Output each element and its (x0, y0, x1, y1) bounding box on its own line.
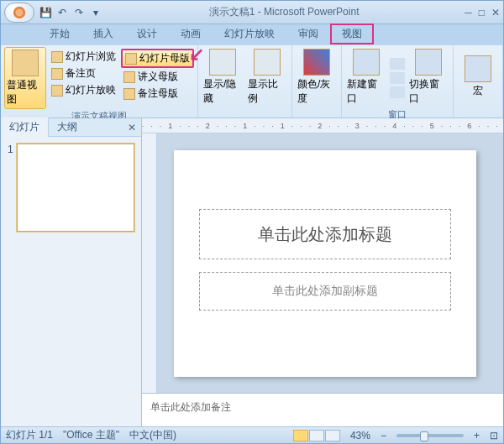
minimize-button[interactable]: ─ (465, 7, 472, 18)
ribbon-tabs: 开始 插入 设计 动画 幻灯片放映 审阅 视图 (1, 24, 503, 44)
tab-animation[interactable]: 动画 (169, 24, 213, 44)
view-show-button[interactable] (325, 430, 340, 441)
status-slide-info: 幻灯片 1/1 (6, 428, 53, 442)
new-window-label: 新建窗口 (347, 77, 386, 106)
thumb-number: 1 (8, 144, 13, 232)
close-button[interactable]: ✕ (491, 7, 500, 18)
switch-window-button[interactable]: 切换窗口 (407, 47, 449, 107)
title-placeholder[interactable]: 单击此处添加标题 (199, 209, 451, 259)
status-bar: 幻灯片 1/1 "Office 主题" 中文(中国) 43% − + ⊡ (1, 426, 503, 443)
slideshow-button[interactable]: 幻灯片放映 (49, 82, 118, 98)
subtitle-placeholder[interactable]: 单击此处添加副标题 (199, 272, 451, 311)
macro-label: 宏 (473, 84, 483, 98)
zoom-button[interactable]: 显示比例 (246, 47, 288, 107)
zoom-in-button[interactable]: + (474, 430, 480, 441)
normal-view-label: 普通视图 (7, 78, 44, 107)
svg-point-1 (16, 8, 24, 16)
slideshow-icon (51, 85, 63, 97)
redo-icon[interactable]: ↷ (71, 5, 87, 20)
maximize-button[interactable]: □ (479, 7, 485, 18)
handout-master-icon (123, 71, 135, 83)
macro-button[interactable]: 宏 (457, 47, 499, 106)
new-window-button[interactable]: 新建窗口 (345, 47, 387, 107)
group-label-macro (457, 106, 499, 118)
quick-access-toolbar: 💾 ↶ ↷ ▾ (38, 5, 103, 20)
notes-pane[interactable]: 单击此处添加备注 (142, 393, 504, 426)
pane-close-button[interactable]: ✕ (123, 122, 141, 133)
notes-master-icon (123, 88, 135, 100)
view-normal-button[interactable] (293, 430, 308, 441)
macro-icon (465, 55, 491, 82)
notes-page-button[interactable]: 备注页 (49, 65, 118, 81)
tab-home[interactable]: 开始 (38, 24, 81, 44)
cascade-icon[interactable] (390, 72, 405, 84)
horizontal-ruler[interactable]: ···1···2···1···1···2···3···4···5···6···7… (142, 118, 504, 133)
slide-canvas[interactable]: 单击此处添加标题 单击此处添加副标题 (174, 150, 476, 377)
save-icon[interactable]: 💾 (38, 5, 53, 20)
slideshow-label: 幻灯片放映 (66, 83, 116, 97)
status-language: 中文(中国) (129, 428, 176, 442)
split-icon[interactable] (390, 86, 405, 98)
normal-view-icon (12, 50, 39, 76)
notes-page-icon (51, 68, 63, 80)
show-hide-icon (209, 49, 236, 76)
zoom-icon (254, 49, 281, 76)
group-label-color (296, 107, 338, 119)
slide-master-icon (125, 53, 137, 65)
slide-sorter-button[interactable]: 幻灯片浏览 (49, 49, 118, 65)
zoom-slider[interactable] (396, 434, 464, 437)
undo-icon[interactable]: ↶ (55, 5, 70, 20)
slide-sorter-icon (51, 51, 63, 63)
group-label-zoom (202, 107, 288, 119)
switch-window-icon (415, 49, 442, 76)
new-window-icon (353, 49, 380, 76)
slide-editor[interactable]: 单击此处添加标题 单击此处添加副标题 (157, 133, 504, 393)
qat-dropdown-icon[interactable]: ▾ (88, 5, 103, 20)
color-grayscale-button[interactable]: 颜色/灰度 (296, 47, 338, 107)
color-icon (303, 49, 330, 76)
status-theme: "Office 主题" (63, 428, 119, 442)
color-label: 颜色/灰度 (297, 77, 336, 106)
show-hide-label: 显示/隐藏 (203, 77, 242, 106)
thumbnail-pane: 幻灯片 大纲 ✕ 1 (1, 118, 142, 426)
tab-insert[interactable]: 插入 (81, 24, 125, 44)
ribbon: 普通视图 幻灯片浏览 备注页 幻灯片放映 幻灯片母版 讲义母版 备注母版 演示文… (1, 44, 503, 118)
zoom-percent[interactable]: 43% (350, 430, 370, 441)
tab-view[interactable]: 视图 (330, 24, 374, 44)
notes-master-label: 备注母版 (138, 86, 178, 101)
slide-master-button[interactable]: 幻灯片母版 (121, 49, 194, 68)
view-mode-buttons (293, 430, 340, 441)
tab-review[interactable]: 审阅 (286, 24, 330, 44)
slide-master-label: 幻灯片母版 (139, 51, 190, 65)
office-button[interactable] (4, 3, 34, 23)
pane-tab-slides[interactable]: 幻灯片 (1, 118, 49, 137)
titlebar: 💾 ↶ ↷ ▾ 演示文稿1 - Microsoft PowerPoint ─ □… (1, 1, 503, 24)
handout-master-label: 讲义母版 (138, 70, 178, 84)
arrange-icon[interactable] (390, 58, 405, 70)
notes-master-button[interactable]: 备注母版 (121, 86, 194, 102)
slide-thumbnail[interactable] (17, 144, 134, 232)
window-title: 演示文稿1 - Microsoft PowerPoint (103, 5, 465, 19)
handout-master-button[interactable]: 讲义母版 (121, 69, 194, 85)
notes-page-label: 备注页 (66, 66, 96, 81)
vertical-ruler[interactable] (142, 133, 157, 393)
tab-design[interactable]: 设计 (125, 24, 169, 44)
show-hide-button[interactable]: 显示/隐藏 (202, 47, 244, 107)
tab-slideshow[interactable]: 幻灯片放映 (213, 24, 286, 44)
pane-tab-outline[interactable]: 大纲 (49, 118, 86, 137)
fit-window-button[interactable]: ⊡ (490, 430, 498, 441)
normal-view-button[interactable]: 普通视图 (4, 47, 46, 109)
zoom-out-button[interactable]: − (381, 430, 386, 441)
view-sorter-button[interactable] (309, 430, 324, 441)
switch-window-label: 切换窗口 (409, 77, 448, 106)
zoom-label: 显示比例 (248, 77, 286, 106)
slide-sorter-label: 幻灯片浏览 (66, 50, 116, 64)
